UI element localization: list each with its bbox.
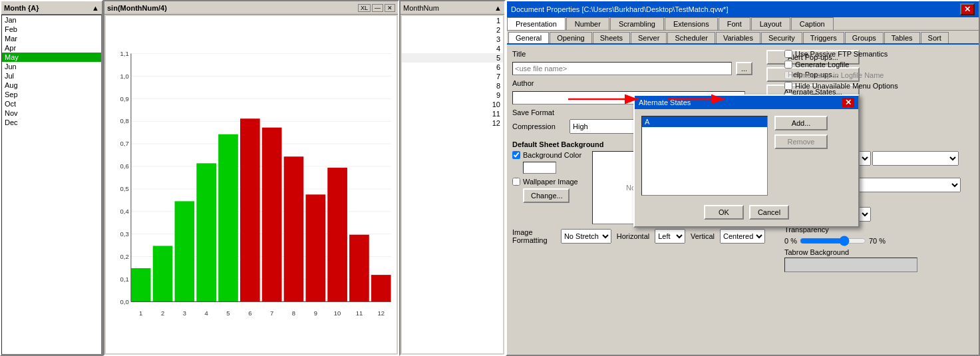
- state-item-a[interactable]: A: [642, 116, 767, 127]
- scheme-select[interactable]: [872, 151, 959, 166]
- tabrow-bg-label: Tabrow Background: [784, 248, 849, 256]
- tab-sub-groups[interactable]: Groups: [845, 32, 884, 43]
- chart-xl-btn[interactable]: XL: [358, 4, 371, 12]
- month-item-feb[interactable]: Feb: [2, 25, 101, 34]
- bg-color-swatch[interactable]: [523, 162, 556, 174]
- tab-sub-opening[interactable]: Opening: [550, 32, 592, 43]
- month-item-apr[interactable]: Apr: [2, 43, 101, 53]
- vertical-select[interactable]: Centered: [720, 229, 765, 244]
- checkbox-row-0: Use Passive FTP Semantics: [784, 50, 973, 58]
- transparency-slider[interactable]: [800, 236, 866, 246]
- title-browse-btn[interactable]: ...: [736, 62, 752, 75]
- chart-min-btn[interactable]: —: [372, 4, 383, 12]
- month-item-may[interactable]: May: [2, 53, 101, 62]
- checkbox-row-1: Generate Logfile: [784, 61, 973, 69]
- month-item-oct[interactable]: Oct: [2, 99, 101, 108]
- change-btn[interactable]: Change...: [523, 188, 570, 203]
- tab-sub-tables[interactable]: Tables: [884, 32, 920, 43]
- month-item-jul[interactable]: Jul: [2, 71, 101, 81]
- tab-sub-security[interactable]: Security: [761, 32, 802, 43]
- month-item-dec[interactable]: Dec: [2, 118, 101, 127]
- chart-close-btn[interactable]: ✕: [385, 4, 395, 12]
- tab-top-number[interactable]: Number: [566, 17, 609, 30]
- author-label: Author: [512, 79, 566, 87]
- tab-top-layout[interactable]: Layout: [751, 17, 790, 30]
- monthnum-item-1[interactable]: 1: [402, 16, 503, 25]
- monthnum-item-11[interactable]: 11: [402, 109, 503, 118]
- add-btn[interactable]: Add...: [774, 116, 828, 130]
- transparency-left: 0 %: [784, 237, 797, 245]
- svg-text:5: 5: [226, 309, 230, 317]
- image-format-select[interactable]: No Stretch: [561, 229, 611, 244]
- tab-sub-scheduler[interactable]: Scheduler: [667, 32, 715, 43]
- checkbox-3[interactable]: [784, 82, 792, 90]
- month-item-jun[interactable]: Jun: [2, 62, 101, 71]
- svg-text:0,4: 0,4: [120, 208, 129, 215]
- title-label: Title: [512, 50, 566, 58]
- svg-rect-40: [305, 194, 325, 301]
- monthnum-item-5[interactable]: 5: [402, 53, 503, 63]
- month-expand-btn[interactable]: ▲: [92, 4, 99, 12]
- title-input[interactable]: [512, 62, 732, 75]
- month-item-mar[interactable]: Mar: [2, 34, 101, 43]
- monthnum-item-3[interactable]: 3: [402, 35, 503, 44]
- monthnum-item-9[interactable]: 9: [402, 90, 503, 100]
- image-format-label: Image Formatting: [512, 228, 556, 244]
- checkbox-1[interactable]: [784, 61, 792, 69]
- checkbox-label-2: Timestamp in Logfile Name: [795, 71, 884, 79]
- wallpaper-checkbox[interactable]: [512, 178, 520, 186]
- tab-top-extensions[interactable]: Extensions: [665, 17, 718, 30]
- svg-text:1: 1: [139, 309, 142, 317]
- tab-top-scrambling[interactable]: Scrambling: [610, 17, 664, 30]
- svg-rect-30: [196, 163, 216, 301]
- tab-top-font[interactable]: Font: [719, 17, 750, 30]
- tab-sub-triggers[interactable]: Triggers: [803, 32, 844, 43]
- tab-sub-general[interactable]: General: [508, 32, 549, 43]
- month-item-aug[interactable]: Aug: [2, 81, 101, 90]
- tab-top-caption[interactable]: Caption: [791, 17, 834, 30]
- svg-rect-32: [218, 134, 238, 302]
- tab-sub-server[interactable]: Server: [631, 32, 667, 43]
- checkbox-0[interactable]: [784, 50, 792, 58]
- svg-text:4: 4: [205, 309, 208, 317]
- month-item-sep[interactable]: Sep: [2, 90, 101, 99]
- svg-text:9: 9: [314, 309, 317, 317]
- monthnum-item-7[interactable]: 7: [402, 72, 503, 81]
- monthnum-item-12[interactable]: 12: [402, 118, 503, 128]
- tabrow-bg-swatch[interactable]: [784, 258, 917, 272]
- tab-sub-sort[interactable]: Sort: [921, 32, 949, 43]
- remove-btn[interactable]: Remove: [774, 134, 828, 149]
- bg-color-checkbox[interactable]: [512, 151, 520, 159]
- monthnum-item-4[interactable]: 4: [402, 44, 503, 53]
- chart-header: sin(MonthNum/4) XL — ✕: [104, 1, 398, 15]
- cancel-btn[interactable]: Cancel: [749, 205, 789, 220]
- monthnum-item-10[interactable]: 10: [402, 100, 503, 109]
- compression-select[interactable]: High: [570, 119, 643, 134]
- svg-rect-26: [153, 246, 173, 301]
- monthnum-expand-btn[interactable]: ▲: [494, 4, 502, 12]
- tab-sub-sheets[interactable]: Sheets: [593, 32, 630, 43]
- monthnum-list: 123456789101112: [402, 16, 503, 353]
- tab-sub-variables[interactable]: Variables: [716, 32, 760, 43]
- monthnum-item-8[interactable]: 8: [402, 81, 503, 90]
- doc-title-bar: Document Properties [C:\Users\Burkhard\D…: [507, 1, 979, 17]
- svg-rect-44: [349, 235, 369, 302]
- top-tab-bar: PresentationNumberScramblingExtensionsFo…: [507, 17, 979, 31]
- svg-text:3: 3: [183, 309, 186, 317]
- month-item-jan[interactable]: Jan: [2, 15, 101, 25]
- ok-btn[interactable]: OK: [704, 205, 744, 220]
- horizontal-select[interactable]: Left: [655, 229, 685, 244]
- svg-rect-34: [240, 118, 260, 301]
- horizontal-label: Horizontal: [617, 232, 650, 240]
- svg-text:1,0: 1,0: [120, 73, 129, 80]
- transparency-right: 70 %: [869, 237, 886, 245]
- svg-text:0,7: 0,7: [120, 140, 129, 147]
- monthnum-item-6[interactable]: 6: [402, 63, 503, 72]
- svg-text:0,3: 0,3: [120, 230, 129, 238]
- doc-close-btn[interactable]: ✕: [960, 3, 975, 15]
- dialog-close-btn[interactable]: ✕: [842, 98, 854, 107]
- tab-top-presentation[interactable]: Presentation: [507, 17, 566, 30]
- month-item-nov[interactable]: Nov: [2, 108, 101, 118]
- default-bg-label: Default Sheet Background: [512, 140, 604, 148]
- monthnum-item-2[interactable]: 2: [402, 25, 503, 35]
